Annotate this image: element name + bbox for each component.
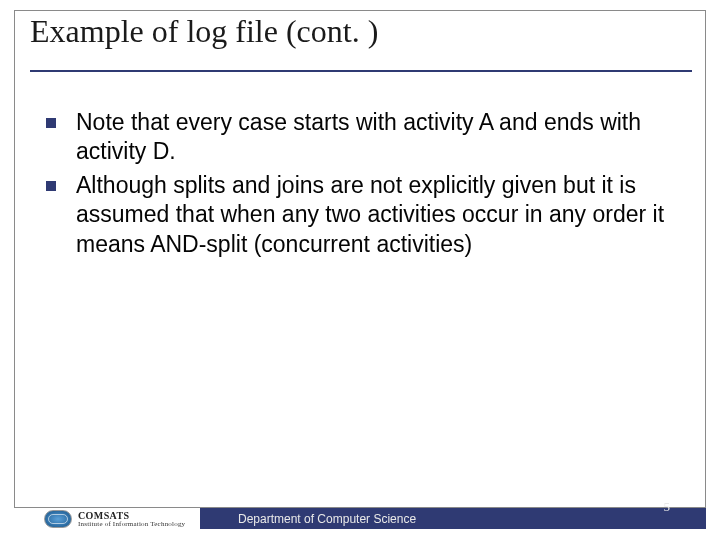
logo-line2: Institute of Information Technology [78, 521, 185, 528]
footer-text: Department of Computer Science [238, 512, 416, 526]
logo: COMSATS Institute of Information Technol… [44, 510, 185, 528]
page-number: 5 [664, 499, 671, 515]
title-area: Example of log file (cont. ) [30, 14, 692, 72]
content-area: Note that every case starts with activit… [46, 108, 674, 263]
logo-text: COMSATS Institute of Information Technol… [78, 511, 185, 528]
logo-line1: COMSATS [78, 511, 185, 521]
list-item: Note that every case starts with activit… [46, 108, 674, 167]
bullet-icon [46, 181, 56, 191]
bullet-icon [46, 118, 56, 128]
bullet-text: Note that every case starts with activit… [76, 108, 674, 167]
logo-badge-icon [44, 510, 72, 528]
bullet-text: Although splits and joins are not explic… [76, 171, 674, 259]
list-item: Although splits and joins are not explic… [46, 171, 674, 259]
slide: Example of log file (cont. ) Note that e… [0, 0, 720, 540]
slide-title: Example of log file (cont. ) [30, 14, 378, 49]
footer-bar: Department of Computer Science 5 [200, 507, 706, 529]
